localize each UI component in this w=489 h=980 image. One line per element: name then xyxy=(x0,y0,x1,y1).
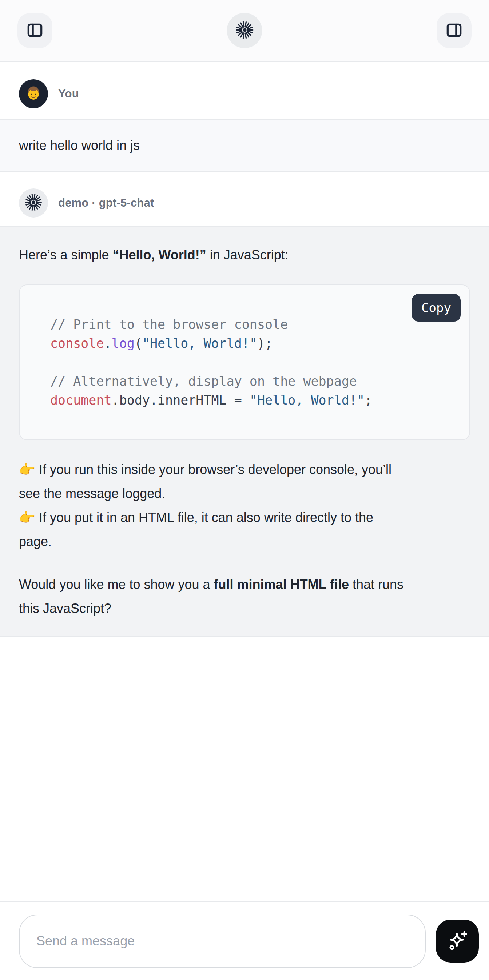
app-logo-button[interactable] xyxy=(227,13,262,48)
assistant-message: demo · gpt-5-chat Here’s a simple “Hello… xyxy=(0,172,489,636)
composer-bar xyxy=(0,901,489,980)
code-line: document.body.innerHTML = "Hello, World!… xyxy=(50,391,455,410)
sparkle-plus-icon xyxy=(446,929,468,953)
assistant-paragraph: Would you like me to show you a full min… xyxy=(19,573,470,620)
user-message: You write hello world in js xyxy=(0,62,489,172)
assistant-paragraph: 👉 If you put it in an HTML file, it can … xyxy=(19,506,470,554)
assistant-intro: Here’s a simple “Hello, World!” in JavaS… xyxy=(19,243,470,267)
copy-button[interactable]: Copy xyxy=(412,294,460,321)
panel-left-icon xyxy=(26,21,44,40)
sidebar-toggle-button[interactable] xyxy=(18,13,53,48)
user-sender-label: You xyxy=(58,87,79,100)
panel-right-icon xyxy=(445,21,463,40)
person-emoji-icon xyxy=(24,84,43,104)
assistant-paragraph: 👉 If you run this inside your browser’s … xyxy=(19,458,470,506)
user-message-text: write hello world in js xyxy=(0,119,489,172)
assistant-avatar xyxy=(19,188,48,218)
code-block: Copy // Print to the browser consolecons… xyxy=(19,285,470,440)
message-input[interactable] xyxy=(19,915,426,968)
code-line xyxy=(50,353,455,372)
user-avatar xyxy=(19,79,48,108)
assistant-paragraphs: 👉 If you run this inside your browser’s … xyxy=(19,458,470,620)
code-line: // Alternatively, display on the webpage xyxy=(50,372,455,391)
code-line: // Print to the browser console xyxy=(50,315,455,334)
top-bar xyxy=(0,0,489,62)
user-message-header: You xyxy=(0,62,489,119)
starburst-logo-icon xyxy=(235,21,254,41)
send-button[interactable] xyxy=(436,920,479,963)
assistant-model-label: demo · gpt-5-chat xyxy=(58,196,154,210)
assistant-message-header: demo · gpt-5-chat xyxy=(0,172,489,226)
starburst-logo-icon xyxy=(24,193,43,213)
chat-scroll-area[interactable]: You write hello world in js demo · gpt-5… xyxy=(0,62,489,636)
code-line: console.log("Hello, World!"); xyxy=(50,334,455,353)
code-content: // Print to the browser consoleconsole.l… xyxy=(50,315,455,410)
right-panel-toggle-button[interactable] xyxy=(436,13,471,48)
assistant-message-body: Here’s a simple “Hello, World!” in JavaS… xyxy=(0,226,489,636)
